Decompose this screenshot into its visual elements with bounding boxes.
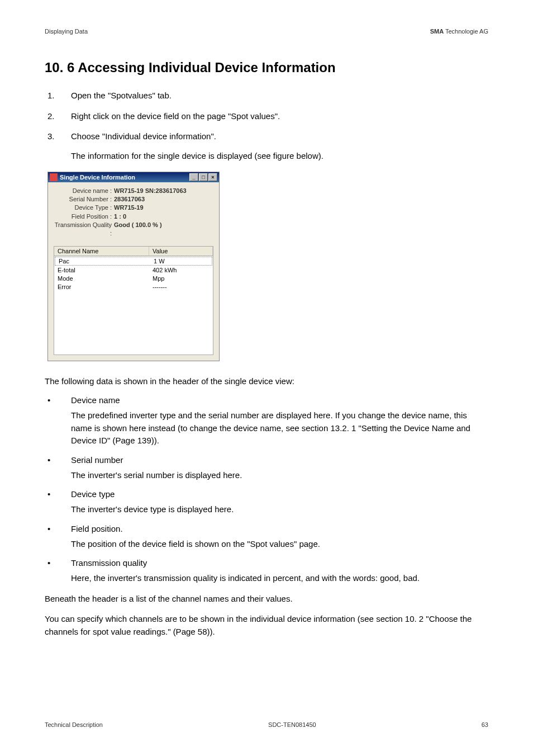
bullet-title: Device type — [71, 489, 488, 499]
step-number: 3. — [47, 130, 71, 143]
header-value[interactable]: Value — [149, 247, 213, 256]
steps-list: 1. Open the "Spotvalues" tab. 2. Right c… — [47, 89, 488, 143]
step-item: 2. Right click on the device field on th… — [47, 110, 488, 123]
bullet-item: • Device type The inverter's device type… — [47, 489, 488, 518]
bullet-desc: The inverter's device type is displayed … — [71, 503, 488, 516]
bullet-list: • Device name The predefined inverter ty… — [47, 395, 488, 587]
header-name[interactable]: Channel Name — [54, 247, 149, 256]
bullet-desc: Here, the inverter's transmission qualit… — [71, 572, 488, 585]
info-row: Serial Number :283617063 — [54, 195, 213, 204]
dialog-titlebar: Single Device Information _ □ × — [48, 172, 219, 182]
intro-text: The following data is shown in the heade… — [45, 375, 488, 388]
bullet-item: • Device name The predefined inverter ty… — [47, 395, 488, 450]
table-row[interactable]: E-total 402 kWh — [54, 266, 213, 275]
step-item: 1. Open the "Spotvalues" tab. — [47, 89, 488, 102]
section-heading: 10. 6 Accessing Individual Device Inform… — [45, 60, 488, 75]
bullet-icon: • — [47, 489, 71, 518]
bullet-icon: • — [47, 524, 71, 553]
table-row[interactable]: Mode Mpp — [54, 275, 213, 283]
table-header: Channel Name Value — [54, 247, 213, 256]
info-row: Device Type :WR715-19 — [54, 204, 213, 212]
bullet-title: Device name — [71, 395, 488, 405]
bullet-desc: The position of the device field is show… — [71, 538, 488, 551]
page-header: Displaying Data SMA Technologie AG — [45, 28, 488, 35]
bullet-item: • Field position. The position of the de… — [47, 524, 488, 553]
bullet-title: Transmission quality — [71, 558, 488, 568]
app-icon — [50, 173, 58, 181]
bullet-title: Field position. — [71, 524, 488, 533]
bullet-title: Serial number — [71, 455, 488, 465]
bullet-item: • Transmission quality Here, the inverte… — [47, 558, 488, 587]
bullet-desc: The predefined inverter type and the ser… — [71, 409, 488, 447]
page-footer: Technical Description SDC-TEN081450 63 — [45, 721, 488, 728]
step-number: 1. — [47, 89, 71, 102]
bullet-icon: • — [47, 395, 71, 450]
dialog-body: Device name :WR715-19 SN:283617063 Seria… — [48, 182, 219, 361]
step-number: 2. — [47, 110, 71, 123]
info-row: Field Position :1 : 0 — [54, 212, 213, 221]
bullet-icon: • — [47, 558, 71, 587]
header-left: Displaying Data — [45, 28, 88, 35]
footer-right: 63 — [482, 721, 488, 728]
bullet-desc: The inverter's serial number is displaye… — [71, 469, 488, 482]
single-device-dialog: Single Device Information _ □ × Device n… — [47, 172, 220, 361]
minimize-button[interactable]: _ — [189, 173, 198, 181]
footer-left: Technical Description — [45, 721, 103, 728]
step-result-text: The information for the single device is… — [71, 151, 488, 160]
header-right: SMA Technologie AG — [430, 28, 488, 35]
close-button[interactable]: × — [208, 173, 217, 181]
info-row: Transmission Quality :Good ( 100.0 % ) — [54, 221, 213, 238]
step-text: Right click on the device field on the p… — [71, 110, 280, 123]
footer-center: SDC-TEN081450 — [268, 721, 316, 728]
closing-text: Beneath the header is a list of the chan… — [45, 593, 488, 606]
bullet-item: • Serial number The inverter's serial nu… — [47, 455, 488, 484]
maximize-button[interactable]: □ — [199, 173, 208, 181]
dialog-title: Single Device Information — [60, 174, 135, 181]
step-text: Choose "Individual device information". — [71, 130, 216, 143]
step-item: 3. Choose "Individual device information… — [47, 130, 488, 143]
table-row[interactable]: Pac 1 W — [55, 257, 212, 266]
channel-table: Channel Name Value Pac 1 W E-total 402 k… — [54, 246, 213, 355]
bullet-icon: • — [47, 455, 71, 484]
step-text: Open the "Spotvalues" tab. — [71, 89, 172, 102]
closing-text: You can specify which channels are to be… — [45, 613, 488, 638]
info-row: Device name :WR715-19 SN:283617063 — [54, 187, 213, 195]
table-row[interactable]: Error ------- — [54, 283, 213, 291]
